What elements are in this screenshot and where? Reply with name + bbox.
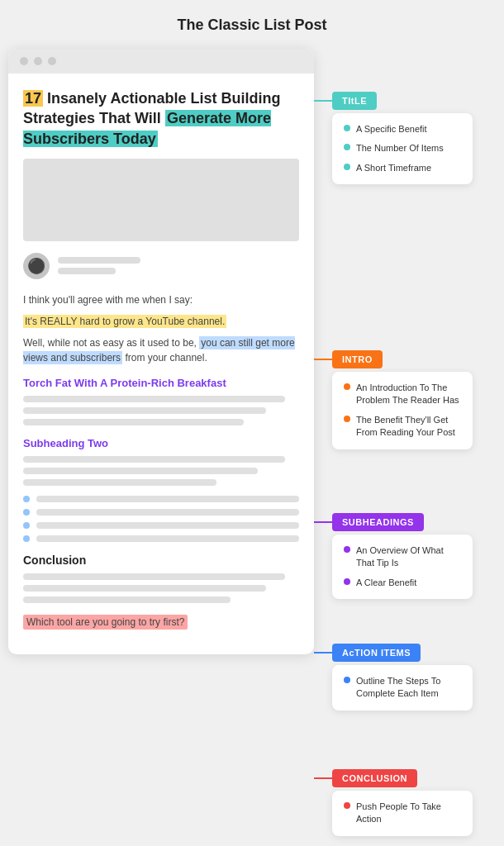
title-annotation: TItLE A Specific Benefit The Number Of I… bbox=[314, 92, 473, 184]
intro-dot-2 bbox=[344, 416, 350, 422]
intro-connector-line bbox=[314, 359, 332, 360]
avatar-icon: ⚫ bbox=[27, 257, 45, 275]
text-line-3 bbox=[23, 419, 244, 425]
intro-item-2: The Benefit They'll Get From Reading You… bbox=[344, 414, 461, 440]
list-dot-2 bbox=[23, 509, 30, 516]
title-item-1-text: A Specific Benefit bbox=[356, 123, 427, 135]
browser-dot-1 bbox=[20, 57, 28, 65]
intro-line: I think you'll agree with me when I say: bbox=[23, 292, 299, 307]
list-dot-3 bbox=[23, 522, 30, 529]
intro-dot-1 bbox=[344, 383, 350, 390]
list-line-1 bbox=[36, 496, 299, 502]
title-item-2-text: The Number Of Items bbox=[356, 142, 444, 154]
title-item-2: The Number Of Items bbox=[344, 142, 461, 154]
post-title: 17 Insanely Actionable List Building Str… bbox=[23, 88, 299, 149]
intro-end: from your channel. bbox=[122, 352, 207, 364]
title-label: TItLE bbox=[332, 92, 377, 110]
conclusion-item-1: Push People To Take Action bbox=[344, 801, 461, 826]
intro-body: Well, while not as easy as it used to be… bbox=[23, 335, 299, 365]
list-item bbox=[23, 535, 299, 542]
action-items-annotation: AcTION ITEMS Outline The Steps To Comple… bbox=[314, 644, 473, 711]
conclusion-dot-1 bbox=[344, 802, 350, 809]
conc-line-2 bbox=[23, 585, 266, 592]
browser-window: 17 Insanely Actionable List Building Str… bbox=[8, 49, 314, 654]
subheadings-dot-2 bbox=[344, 578, 350, 585]
subheading-2: Subheading Two bbox=[23, 437, 299, 449]
post-image-placeholder bbox=[23, 159, 299, 241]
subheadings-card: An Overview Of What That Tip Is A Clear … bbox=[332, 535, 473, 599]
title-item-1: A Specific Benefit bbox=[344, 123, 461, 135]
intro-item-1: An Introduction To The Problem The Reade… bbox=[344, 382, 461, 407]
title-number: 17 bbox=[23, 90, 43, 107]
conclusion-card: Push People To Take Action bbox=[332, 791, 473, 836]
subheadings-item-1-text: An Overview Of What That Tip Is bbox=[356, 544, 461, 570]
intro-item-2-text: The Benefit They'll Get From Reading You… bbox=[356, 414, 461, 440]
subheading-1: Torch Fat With A Protein-Rich Breakfast bbox=[23, 377, 299, 389]
intro-label: INTRO bbox=[332, 350, 383, 368]
text-line-6 bbox=[23, 479, 216, 486]
list-items-section bbox=[23, 496, 299, 542]
page-title: The Classic List Post bbox=[8, 17, 496, 34]
list-dot-4 bbox=[23, 535, 30, 542]
conclusion-annotation: CONCLUSION Push People To Take Action bbox=[314, 769, 473, 836]
title-dot-3 bbox=[344, 164, 350, 170]
conclusion-item-1-text: Push People To Take Action bbox=[356, 801, 461, 826]
text-line-2 bbox=[23, 407, 266, 414]
action-item-1: Outline The Steps To Complete Each Item bbox=[344, 675, 461, 701]
list-item bbox=[23, 496, 299, 502]
action-card: Outline The Steps To Complete Each Item bbox=[332, 665, 473, 711]
intro-item-1-text: An Introduction To The Problem The Reade… bbox=[356, 382, 461, 407]
subheadings-item-2-text: A Clear Benefit bbox=[356, 577, 416, 589]
intro-middle: Well, while not as easy as it used to be… bbox=[23, 337, 199, 349]
text-line-5 bbox=[23, 468, 258, 474]
subheadings-item-2: A Clear Benefit bbox=[344, 577, 461, 589]
list-item bbox=[23, 509, 299, 516]
title-dot-2 bbox=[344, 144, 350, 150]
annotations-column: TItLE A Specific Benefit The Number Of I… bbox=[314, 49, 496, 654]
avatar: ⚫ bbox=[23, 253, 50, 279]
browser-dot-2 bbox=[34, 57, 42, 65]
page-wrapper: The Classic List Post 17 Insanely Action… bbox=[8, 17, 496, 654]
subheadings-dot-1 bbox=[344, 546, 350, 553]
list-line-2 bbox=[36, 509, 299, 516]
title-connector-line bbox=[314, 100, 332, 102]
list-line-4 bbox=[36, 535, 299, 542]
conc-line-3 bbox=[23, 596, 231, 603]
author-name-line bbox=[58, 257, 140, 264]
cta-highlight: Which tool are you going to try first? bbox=[23, 615, 188, 630]
list-line-3 bbox=[36, 522, 299, 529]
intro-highlight1: It's REALLY hard to grow a YouTube chann… bbox=[23, 314, 299, 329]
list-item bbox=[23, 522, 299, 529]
title-item-3: A Short Timeframe bbox=[344, 162, 461, 174]
text-line-1 bbox=[23, 396, 285, 402]
action-connector-line bbox=[314, 652, 332, 654]
intro-highlight-yellow: It's REALLY hard to grow a YouTube chann… bbox=[23, 315, 226, 328]
subheadings-item-1: An Overview Of What That Tip Is bbox=[344, 544, 461, 570]
list-dot-1 bbox=[23, 496, 30, 502]
main-layout: 17 Insanely Actionable List Building Str… bbox=[8, 49, 496, 654]
action-item-1-text: Outline The Steps To Complete Each Item bbox=[356, 675, 461, 701]
conclusion-connector-line bbox=[314, 777, 332, 779]
author-row: ⚫ bbox=[23, 253, 299, 279]
subheadings-annotation: SUBHEADINGS An Overview Of What That Tip… bbox=[314, 513, 473, 599]
title-card: A Specific Benefit The Number Of Items A… bbox=[332, 113, 473, 184]
conclusion-label: CONCLUSION bbox=[332, 769, 417, 787]
author-lines bbox=[58, 257, 140, 274]
title-dot-1 bbox=[344, 125, 350, 131]
conclusion-heading: Conclusion bbox=[23, 554, 299, 567]
conc-line-1 bbox=[23, 573, 285, 580]
action-dot-1 bbox=[344, 677, 350, 683]
text-line-4 bbox=[23, 456, 285, 463]
title-item-3-text: A Short Timeframe bbox=[356, 162, 431, 174]
browser-dot-3 bbox=[48, 57, 56, 65]
intro-annotation: INTRO An Introduction To The Problem The… bbox=[314, 350, 473, 449]
action-label: AcTION ITEMS bbox=[332, 644, 421, 662]
subheadings-connector-line bbox=[314, 521, 332, 523]
intro-card: An Introduction To The Problem The Reade… bbox=[332, 372, 473, 449]
browser-bar bbox=[8, 49, 314, 74]
browser-content: 17 Insanely Actionable List Building Str… bbox=[8, 74, 314, 638]
author-date-line bbox=[58, 268, 116, 274]
subheadings-label: SUBHEADINGS bbox=[332, 513, 424, 531]
